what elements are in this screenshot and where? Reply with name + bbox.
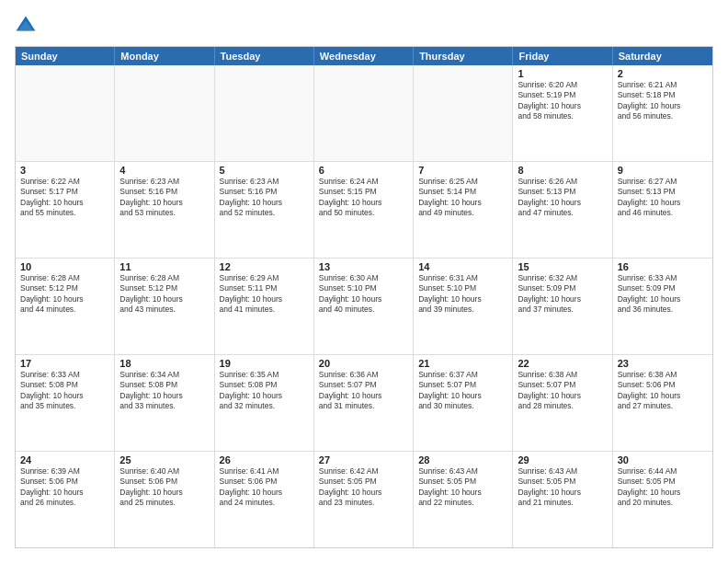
calendar-day-12: 12Sunrise: 6:29 AM Sunset: 5:11 PM Dayli… [215, 259, 314, 354]
day-content: Sunrise: 6:20 AM Sunset: 5:19 PM Dayligh… [518, 80, 607, 122]
day-content: Sunrise: 6:28 AM Sunset: 5:12 PM Dayligh… [119, 273, 209, 316]
day-content: Sunrise: 6:21 AM Sunset: 5:18 PM Dayligh… [618, 80, 708, 122]
day-content: Sunrise: 6:43 AM Sunset: 5:05 PM Dayligh… [418, 466, 507, 509]
header-day-friday: Friday [513, 47, 612, 65]
calendar-day-6: 6Sunrise: 6:24 AM Sunset: 5:15 PM Daylig… [314, 162, 414, 258]
day-content: Sunrise: 6:28 AM Sunset: 5:12 PM Dayligh… [20, 273, 109, 316]
day-content: Sunrise: 6:25 AM Sunset: 5:14 PM Dayligh… [418, 177, 507, 219]
day-number: 28 [418, 454, 507, 465]
calendar-day-13: 13Sunrise: 6:30 AM Sunset: 5:10 PM Dayli… [314, 259, 414, 354]
day-content: Sunrise: 6:31 AM Sunset: 5:10 PM Dayligh… [418, 273, 507, 316]
day-number: 5 [220, 165, 309, 176]
calendar-day-18: 18Sunrise: 6:34 AM Sunset: 5:08 PM Dayli… [115, 355, 214, 451]
day-number: 12 [220, 261, 309, 272]
calendar-day-20: 20Sunrise: 6:36 AM Sunset: 5:07 PM Dayli… [314, 355, 414, 451]
calendar-day-3: 3Sunrise: 6:22 AM Sunset: 5:17 PM Daylig… [16, 162, 115, 258]
calendar-day-17: 17Sunrise: 6:33 AM Sunset: 5:08 PM Dayli… [16, 355, 115, 451]
day-content: Sunrise: 6:35 AM Sunset: 5:08 PM Dayligh… [220, 370, 309, 412]
day-content: Sunrise: 6:32 AM Sunset: 5:09 PM Dayligh… [518, 273, 607, 316]
calendar-day-26: 26Sunrise: 6:41 AM Sunset: 5:06 PM Dayli… [215, 452, 314, 547]
day-number: 23 [618, 358, 708, 369]
day-number: 7 [418, 165, 507, 176]
day-number: 4 [119, 165, 209, 176]
day-content: Sunrise: 6:23 AM Sunset: 5:16 PM Dayligh… [119, 177, 209, 219]
calendar-day-19: 19Sunrise: 6:35 AM Sunset: 5:08 PM Dayli… [215, 355, 314, 451]
day-content: Sunrise: 6:37 AM Sunset: 5:07 PM Dayligh… [418, 370, 507, 412]
calendar-day-16: 16Sunrise: 6:33 AM Sunset: 5:09 PM Dayli… [613, 259, 712, 354]
day-number: 10 [20, 261, 109, 272]
calendar-week-5: 24Sunrise: 6:39 AM Sunset: 5:06 PM Dayli… [16, 452, 712, 547]
day-content: Sunrise: 6:24 AM Sunset: 5:15 PM Dayligh… [319, 177, 408, 219]
day-number: 1 [518, 68, 607, 79]
day-content: Sunrise: 6:41 AM Sunset: 5:06 PM Dayligh… [220, 466, 309, 509]
day-content: Sunrise: 6:39 AM Sunset: 5:06 PM Dayligh… [20, 466, 109, 509]
calendar-day-30: 30Sunrise: 6:44 AM Sunset: 5:05 PM Dayli… [613, 452, 712, 547]
page: SundayMondayTuesdayWednesdayThursdayFrid… [0, 0, 728, 563]
day-number: 27 [319, 454, 408, 465]
calendar-day-8: 8Sunrise: 6:26 AM Sunset: 5:13 PM Daylig… [513, 162, 612, 258]
calendar-week-3: 10Sunrise: 6:28 AM Sunset: 5:12 PM Dayli… [16, 259, 712, 355]
calendar-week-1: 1Sunrise: 6:20 AM Sunset: 5:19 PM Daylig… [16, 65, 712, 162]
calendar-body: 1Sunrise: 6:20 AM Sunset: 5:19 PM Daylig… [16, 65, 712, 547]
day-content: Sunrise: 6:30 AM Sunset: 5:10 PM Dayligh… [319, 273, 408, 316]
day-content: Sunrise: 6:33 AM Sunset: 5:09 PM Dayligh… [618, 273, 708, 316]
calendar-day-11: 11Sunrise: 6:28 AM Sunset: 5:12 PM Dayli… [115, 259, 214, 354]
day-number: 21 [418, 358, 507, 369]
day-number: 24 [20, 454, 109, 465]
calendar-day-7: 7Sunrise: 6:25 AM Sunset: 5:14 PM Daylig… [414, 162, 513, 258]
calendar-week-4: 17Sunrise: 6:33 AM Sunset: 5:08 PM Dayli… [16, 355, 712, 452]
calendar-empty-cell [115, 65, 214, 161]
calendar-day-1: 1Sunrise: 6:20 AM Sunset: 5:19 PM Daylig… [513, 65, 612, 161]
day-content: Sunrise: 6:27 AM Sunset: 5:13 PM Dayligh… [618, 177, 708, 219]
header-day-saturday: Saturday [613, 47, 712, 65]
header-day-sunday: Sunday [16, 47, 115, 65]
calendar-day-29: 29Sunrise: 6:43 AM Sunset: 5:05 PM Dayli… [513, 452, 612, 547]
header-day-thursday: Thursday [414, 47, 513, 65]
header-day-wednesday: Wednesday [314, 47, 414, 65]
calendar-empty-cell [215, 65, 314, 161]
header [15, 15, 713, 37]
day-number: 6 [319, 165, 408, 176]
day-number: 14 [418, 261, 507, 272]
calendar-day-15: 15Sunrise: 6:32 AM Sunset: 5:09 PM Dayli… [513, 259, 612, 354]
day-content: Sunrise: 6:33 AM Sunset: 5:08 PM Dayligh… [20, 370, 109, 412]
calendar-empty-cell [414, 65, 513, 161]
day-number: 20 [319, 358, 408, 369]
day-number: 19 [220, 358, 309, 369]
logo [15, 15, 40, 37]
day-content: Sunrise: 6:23 AM Sunset: 5:16 PM Dayligh… [220, 177, 309, 219]
calendar-day-4: 4Sunrise: 6:23 AM Sunset: 5:16 PM Daylig… [115, 162, 214, 258]
day-content: Sunrise: 6:42 AM Sunset: 5:05 PM Dayligh… [319, 466, 408, 509]
day-number: 13 [319, 261, 408, 272]
day-number: 29 [518, 454, 607, 465]
day-content: Sunrise: 6:43 AM Sunset: 5:05 PM Dayligh… [518, 466, 607, 509]
header-day-tuesday: Tuesday [215, 47, 314, 65]
calendar-day-24: 24Sunrise: 6:39 AM Sunset: 5:06 PM Dayli… [16, 452, 115, 547]
calendar-day-23: 23Sunrise: 6:38 AM Sunset: 5:06 PM Dayli… [613, 355, 712, 451]
day-number: 3 [20, 165, 109, 176]
day-content: Sunrise: 6:29 AM Sunset: 5:11 PM Dayligh… [220, 273, 309, 316]
day-number: 18 [119, 358, 209, 369]
logo-icon [15, 15, 37, 37]
day-content: Sunrise: 6:22 AM Sunset: 5:17 PM Dayligh… [20, 177, 109, 219]
day-number: 11 [119, 261, 209, 272]
day-number: 16 [618, 261, 708, 272]
calendar-day-22: 22Sunrise: 6:38 AM Sunset: 5:07 PM Dayli… [513, 355, 612, 451]
calendar-day-28: 28Sunrise: 6:43 AM Sunset: 5:05 PM Dayli… [414, 452, 513, 547]
calendar-day-2: 2Sunrise: 6:21 AM Sunset: 5:18 PM Daylig… [613, 65, 712, 161]
day-content: Sunrise: 6:36 AM Sunset: 5:07 PM Dayligh… [319, 370, 408, 412]
calendar-week-2: 3Sunrise: 6:22 AM Sunset: 5:17 PM Daylig… [16, 162, 712, 259]
day-content: Sunrise: 6:26 AM Sunset: 5:13 PM Dayligh… [518, 177, 607, 219]
day-number: 17 [20, 358, 109, 369]
calendar-empty-cell [314, 65, 414, 161]
day-content: Sunrise: 6:44 AM Sunset: 5:05 PM Dayligh… [618, 466, 708, 509]
day-content: Sunrise: 6:38 AM Sunset: 5:06 PM Dayligh… [618, 370, 708, 412]
day-content: Sunrise: 6:40 AM Sunset: 5:06 PM Dayligh… [119, 466, 209, 509]
calendar-day-14: 14Sunrise: 6:31 AM Sunset: 5:10 PM Dayli… [414, 259, 513, 354]
day-number: 22 [518, 358, 607, 369]
day-number: 15 [518, 261, 607, 272]
calendar-day-5: 5Sunrise: 6:23 AM Sunset: 5:16 PM Daylig… [215, 162, 314, 258]
calendar-day-10: 10Sunrise: 6:28 AM Sunset: 5:12 PM Dayli… [16, 259, 115, 354]
header-day-monday: Monday [115, 47, 214, 65]
calendar-header: SundayMondayTuesdayWednesdayThursdayFrid… [16, 47, 712, 65]
